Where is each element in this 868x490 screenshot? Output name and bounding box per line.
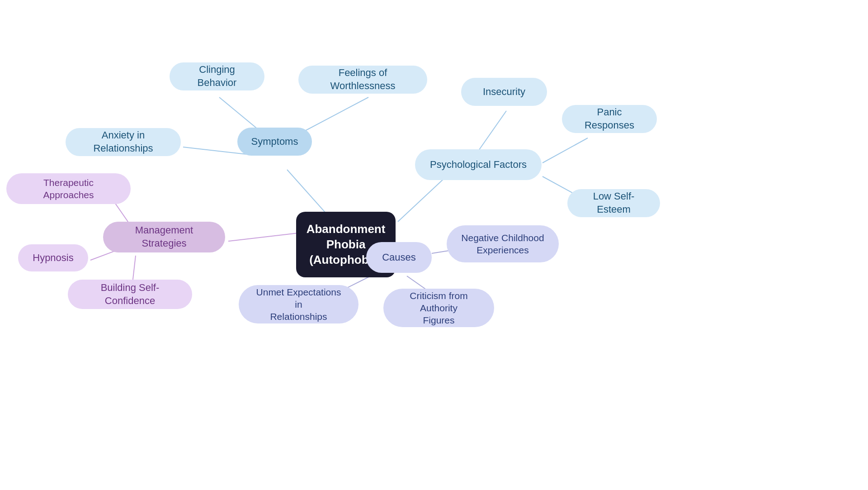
svg-line-6 bbox=[542, 138, 588, 163]
therapeutic-approaches-label: Therapeutic Approaches bbox=[19, 176, 118, 201]
low-self-esteem-label: Low Self-Esteem bbox=[580, 190, 647, 216]
unmet-expectations-label: Unmet Expectations inRelationships bbox=[251, 286, 346, 323]
therapeutic-approaches-node: Therapeutic Approaches bbox=[6, 173, 131, 204]
symptoms-label: Symptoms bbox=[251, 135, 298, 148]
symptoms-node: Symptoms bbox=[237, 128, 312, 156]
clinging-behavior-node: Clinging Behavior bbox=[170, 62, 264, 90]
panic-responses-node: Panic Responses bbox=[562, 105, 657, 133]
psychological-factors-label: Psychological Factors bbox=[430, 158, 527, 171]
hypnosis-label: Hypnosis bbox=[33, 252, 73, 265]
criticism-authority-label: Criticism from AuthorityFigures bbox=[396, 290, 481, 327]
management-strategies-node: Management Strategies bbox=[103, 222, 225, 252]
negative-childhood-label: Negative ChildhoodExperiences bbox=[461, 232, 544, 257]
feelings-worthlessness-node: Feelings of Worthlessness bbox=[298, 66, 427, 94]
insecurity-node: Insecurity bbox=[461, 78, 547, 106]
svg-line-8 bbox=[228, 233, 298, 241]
low-self-esteem-node: Low Self-Esteem bbox=[567, 189, 660, 217]
psychological-factors-node: Psychological Factors bbox=[415, 149, 542, 180]
building-self-confidence-label: Building Self-Confidence bbox=[80, 281, 179, 307]
panic-responses-label: Panic Responses bbox=[575, 106, 644, 132]
criticism-authority-node: Criticism from AuthorityFigures bbox=[383, 289, 494, 327]
hypnosis-node: Hypnosis bbox=[18, 244, 88, 271]
building-self-confidence-node: Building Self-Confidence bbox=[68, 280, 192, 309]
clinging-behavior-label: Clinging Behavior bbox=[182, 63, 252, 89]
management-strategies-label: Management Strategies bbox=[116, 224, 212, 250]
anxiety-relationships-node: Anxiety in Relationships bbox=[66, 128, 181, 156]
negative-childhood-node: Negative ChildhoodExperiences bbox=[447, 225, 559, 262]
causes-node: Causes bbox=[366, 242, 432, 273]
feelings-worthlessness-label: Feelings of Worthlessness bbox=[311, 67, 415, 92]
unmet-expectations-node: Unmet Expectations inRelationships bbox=[239, 285, 359, 323]
anxiety-relationships-label: Anxiety in Relationships bbox=[78, 129, 168, 155]
causes-label: Causes bbox=[382, 251, 416, 264]
insecurity-label: Insecurity bbox=[483, 86, 525, 99]
